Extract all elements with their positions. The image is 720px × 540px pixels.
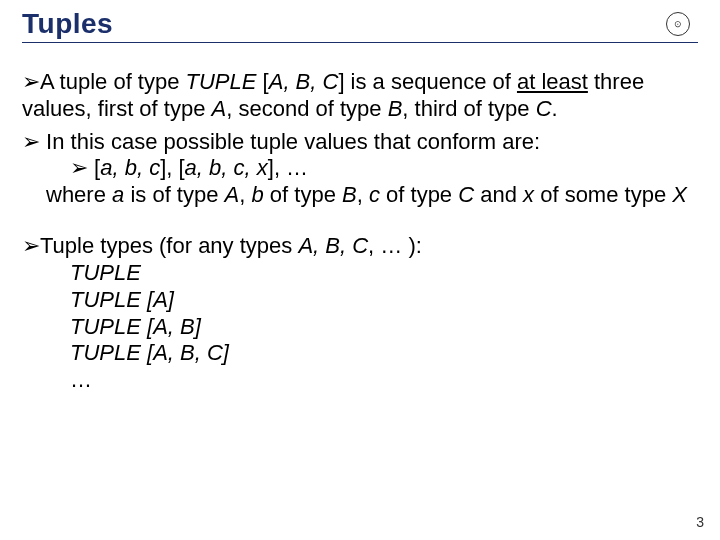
page-number: 3 [696,514,704,530]
paragraph-1: ➢A tuple of type TUPLE [A, B, C] is a se… [22,69,698,123]
slide-title: Tuples [22,8,113,40]
type-line-4: TUPLE [A, B, C] [22,340,698,367]
type-line-ellipsis: … [22,367,698,394]
type-line-1: TUPLE [22,260,698,287]
paragraph-5: ➢Tuple types (for any types A, B, C, … )… [22,233,698,260]
paragraph-2: ➢ In this case possible tuple values tha… [22,129,698,156]
bullet-icon: ➢ [70,155,88,182]
type-line-3: TUPLE [A, B] [22,314,698,341]
logo-icon: ⊙ [666,12,690,36]
slide-body: ➢A tuple of type TUPLE [A, B, C] is a se… [22,69,698,394]
type-line-2: TUPLE [A] [22,287,698,314]
bullet-icon: ➢ [22,129,40,156]
bullet-icon: ➢ [22,233,40,260]
bullet-icon: ➢ [22,69,40,96]
title-row: Tuples ⊙ [22,8,698,43]
slide: Tuples ⊙ ➢A tuple of type TUPLE [A, B, C… [0,0,720,540]
paragraph-3: ➢ [a, b, c], [a, b, c, x], … [22,155,698,182]
paragraph-4: where a is of type A, b of type B, c of … [22,182,698,209]
